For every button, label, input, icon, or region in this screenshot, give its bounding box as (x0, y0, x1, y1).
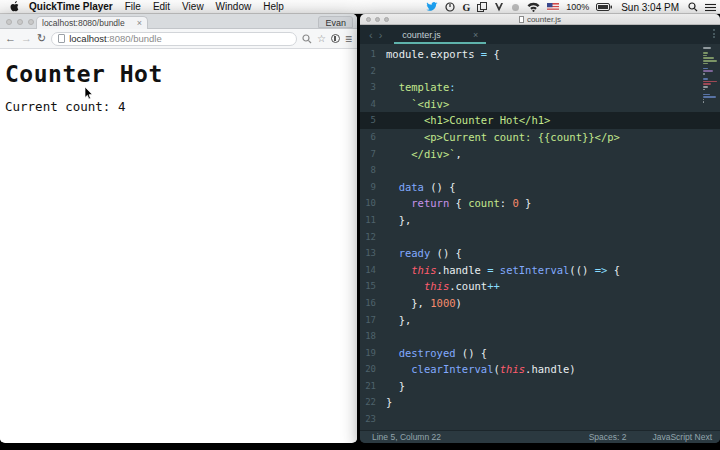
web-page: Counter Hot Current count: 4 (0, 49, 357, 442)
menu-help[interactable]: Help (263, 1, 284, 12)
zoom-icon[interactable] (302, 33, 312, 45)
sync-icon[interactable] (511, 1, 520, 13)
line-number: 17 (360, 312, 386, 329)
twitter-icon[interactable] (426, 1, 438, 13)
active-app-name[interactable]: QuickTime Player (29, 1, 113, 12)
url-bar[interactable]: localhost:8080/bundle (51, 32, 297, 46)
chevron-left-icon[interactable]: ‹ (369, 29, 373, 41)
page-count-text: Current count: 4 (5, 99, 125, 114)
spotlight-icon[interactable] (688, 1, 698, 13)
page-icon (58, 34, 65, 43)
code-line: 20 clearInterval(this.handle) (360, 361, 720, 378)
line-number: 9 (360, 179, 386, 196)
code-line: 17 }, (360, 312, 720, 329)
recording-icon[interactable] (445, 1, 455, 13)
line-number: 16 (360, 295, 386, 312)
browser-tab-strip: localhost:8080/bundle × Evan (0, 14, 357, 29)
code-line: 13 ready () { (360, 245, 720, 262)
line-number: 15 (360, 278, 386, 295)
editor-title-bar: counter.js (360, 14, 720, 25)
battery-icon[interactable] (596, 1, 612, 13)
code-line: 11 }, (360, 212, 720, 229)
menu-bar: QuickTime Player FileEditViewWindowHelp … (0, 0, 720, 14)
code-editor[interactable]: 1module.exports = {23 template:4 `<div>5… (360, 44, 720, 430)
editor-tab-bar: ‹ › counter.js × (360, 25, 720, 44)
back-icon[interactable]: ← (5, 33, 16, 44)
line-number: 20 (360, 361, 386, 378)
mask-app-icon[interactable] (494, 1, 504, 13)
code-line: 14 this.handle = setInterval(() => { (360, 262, 720, 279)
g-app-icon[interactable]: G (462, 1, 470, 13)
wifi-icon[interactable] (527, 1, 540, 13)
minimize-window-icon[interactable] (17, 19, 23, 25)
code-line: 7 </div>`, (360, 146, 720, 163)
tab-overflow-icon[interactable] (713, 29, 715, 38)
zoom-window-icon[interactable] (384, 17, 389, 22)
menu-bar-clock[interactable]: Sun 3:04 PM (621, 2, 679, 13)
tab-close-icon[interactable]: × (137, 18, 142, 28)
bookmark-star-icon[interactable]: ☆ (317, 34, 326, 44)
code-line: 3 template: (360, 79, 720, 96)
line-number: 18 (360, 328, 386, 345)
code-line: 22} (360, 394, 720, 411)
editor-window-controls[interactable] (366, 17, 389, 22)
indent-setting[interactable]: Spaces: 2 (589, 432, 627, 442)
browser-tab[interactable]: localhost:8080/bundle × (36, 16, 148, 29)
code-line: 23 (360, 411, 720, 428)
line-number: 1 (360, 46, 386, 63)
tab-close-icon[interactable]: × (473, 30, 478, 40)
extension-icon[interactable] (331, 34, 340, 43)
code-line: 6 <p>Current count: {{count}}</p> (360, 129, 720, 146)
code-line: 8 (360, 162, 720, 179)
menu-edit[interactable]: Edit (153, 1, 170, 12)
url-path: :8080/bundle (107, 33, 162, 44)
minimize-window-icon[interactable] (375, 17, 380, 22)
line-number: 8 (360, 162, 386, 179)
chevron-right-icon[interactable]: › (379, 29, 383, 41)
minimap[interactable] (703, 47, 718, 107)
menu-view[interactable]: View (182, 1, 204, 12)
menu-window[interactable]: Window (216, 1, 252, 12)
code-line: 10 return { count: 0 } (360, 195, 720, 212)
line-number: 4 (360, 96, 386, 113)
line-number: 6 (360, 129, 386, 146)
browser-toolbar: ← → ↻ localhost:8080/bundle ☆ ≡ (0, 29, 357, 49)
notification-center-icon[interactable] (705, 1, 716, 13)
apple-menu-icon[interactable] (10, 1, 19, 12)
menu-items: FileEditViewWindowHelp (125, 1, 296, 12)
close-window-icon[interactable] (366, 17, 371, 22)
menu-bar-right: G 100% Sun 3:04 PM (426, 0, 716, 14)
code-line: 5 <h1>Counter Hot</h1> (360, 112, 720, 129)
code-line: 16 }, 1000) (360, 295, 720, 312)
line-number: 23 (360, 411, 386, 428)
code-line: 18 (360, 328, 720, 345)
code-line: 4 `<div> (360, 96, 720, 113)
editor-window: counter.js ‹ › counter.js × 1module.expo… (360, 14, 720, 443)
code-line: 21 } (360, 378, 720, 395)
code-line: 1module.exports = { (360, 46, 720, 63)
cursor-position[interactable]: Line 5, Column 22 (372, 432, 441, 442)
forward-icon[interactable]: → (21, 33, 32, 44)
close-window-icon[interactable] (6, 19, 12, 25)
line-number: 21 (360, 378, 386, 395)
refresh-icon[interactable]: ↻ (37, 33, 46, 44)
syntax-mode[interactable]: JavaScript Next (652, 432, 712, 442)
menu-file[interactable]: File (125, 1, 141, 12)
zoom-window-icon[interactable] (28, 19, 34, 25)
chrome-menu-icon[interactable]: ≡ (345, 33, 352, 45)
profile-button[interactable]: Evan (318, 16, 353, 28)
editor-status-bar: Line 5, Column 22 Spaces: 2 JavaScript N… (360, 430, 720, 443)
line-number: 10 (360, 195, 386, 212)
windows-app-icon[interactable] (477, 1, 487, 13)
line-number: 5 (360, 112, 386, 129)
code-line: 12 (360, 229, 720, 246)
line-number: 7 (360, 146, 386, 163)
url-text[interactable]: localhost:8080/bundle (69, 33, 161, 44)
editor-tab[interactable]: counter.js × (394, 25, 486, 44)
line-number: 19 (360, 345, 386, 362)
line-number: 12 (360, 229, 386, 246)
code-line: 2 (360, 63, 720, 80)
input-flag-icon[interactable] (547, 1, 559, 13)
line-number: 14 (360, 262, 386, 279)
window-controls[interactable] (6, 19, 34, 25)
